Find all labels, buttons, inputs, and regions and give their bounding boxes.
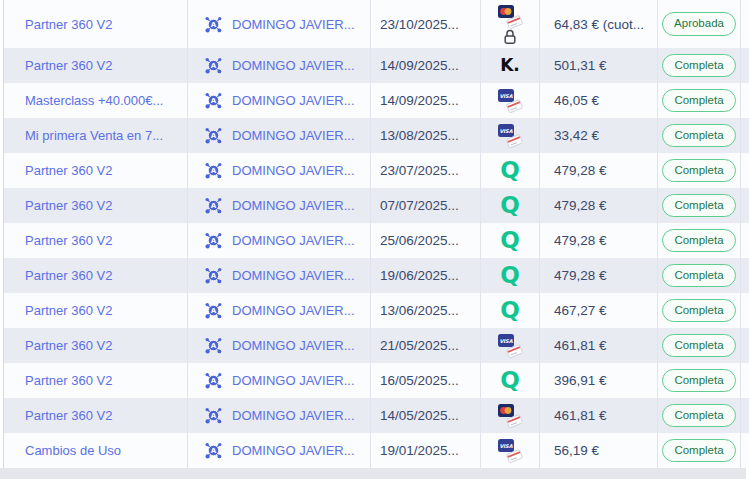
transaction-row[interactable]: Partner 360 V2 A — [4, 328, 749, 363]
affiliate-network-icon: A — [204, 161, 223, 180]
affiliate-network-icon: A — [204, 301, 223, 320]
transaction-row[interactable]: Partner 360 V2 A — [4, 293, 749, 328]
status-cell: Completa — [658, 188, 741, 223]
affiliate-link[interactable]: DOMINGO JAVIER... — [232, 408, 355, 423]
payment-method-cell: Q — [481, 293, 540, 328]
transaction-row[interactable]: Partner 360 V2 A — [4, 188, 749, 223]
product-link[interactable]: Partner 360 V2 — [25, 163, 112, 178]
affiliate-link[interactable]: DOMINGO JAVIER... — [232, 373, 355, 388]
lock-icon — [502, 30, 518, 45]
product-link[interactable]: Partner 360 V2 — [25, 58, 112, 73]
product-link[interactable]: Partner 360 V2 — [25, 408, 112, 423]
status-badge: Completa — [662, 264, 735, 288]
status-badge: Completa — [662, 404, 735, 428]
amount-cell: 396,91 € — [540, 363, 658, 398]
transaction-row[interactable]: Partner 360 V2 A — [4, 0, 749, 48]
affiliate-link[interactable]: DOMINGO JAVIER... — [232, 303, 355, 318]
row-overflow-stub — [741, 0, 749, 48]
transaction-row[interactable]: Partner 360 V2 A — [4, 223, 749, 258]
svg-text:A: A — [211, 307, 217, 315]
product-link[interactable]: Cambios de Uso — [25, 443, 121, 458]
payment-icon-stack: Q — [500, 369, 520, 392]
payment-icon-stack: VISA — [495, 438, 525, 464]
affiliate-link[interactable]: DOMINGO JAVIER... — [232, 93, 355, 108]
row-overflow-stub — [741, 328, 749, 363]
status-badge: Completa — [662, 229, 735, 253]
product-link[interactable]: Partner 360 V2 — [25, 373, 112, 388]
affiliate-link[interactable]: DOMINGO JAVIER... — [232, 338, 355, 353]
amount-cell: 479,28 € — [540, 153, 658, 188]
svg-text:A: A — [211, 447, 217, 455]
status-cell: Completa — [658, 293, 741, 328]
status-badge: Aprobada — [662, 12, 736, 36]
product-cell: Partner 360 V2 — [4, 258, 188, 293]
product-link[interactable]: Partner 360 V2 — [25, 303, 112, 318]
svg-text:A: A — [211, 272, 217, 280]
product-link[interactable]: Mi primera Venta en 7... — [25, 128, 163, 143]
product-cell: Partner 360 V2 — [4, 363, 188, 398]
svg-text:A: A — [211, 62, 217, 70]
amount-text: 46,05 € — [554, 93, 599, 108]
affiliate-link[interactable]: DOMINGO JAVIER... — [232, 198, 355, 213]
status-cell: Completa — [658, 328, 741, 363]
affiliate-link[interactable]: DOMINGO JAVIER... — [232, 233, 355, 248]
affiliate-cell: A DOMINGO JAVIER... — [188, 83, 371, 118]
visa-icon: VISA — [495, 438, 525, 464]
row-overflow-stub — [741, 293, 749, 328]
affiliate-link[interactable]: DOMINGO JAVIER... — [232, 163, 355, 178]
affiliate-cell: A DOMINGO JAVIER... — [188, 328, 371, 363]
payment-icon-stack: Q — [500, 229, 520, 252]
mastercard-icon — [495, 403, 525, 429]
quaderno-icon: Q — [500, 159, 520, 182]
affiliate-link[interactable]: DOMINGO JAVIER... — [232, 268, 355, 283]
amount-text: 479,28 € — [554, 233, 607, 248]
date-text: 19/01/2025... — [380, 443, 459, 458]
payment-method-cell: K. — [481, 48, 540, 83]
product-link[interactable]: Partner 360 V2 — [25, 233, 112, 248]
product-link[interactable]: Partner 360 V2 — [25, 338, 112, 353]
row-overflow-stub — [741, 363, 749, 398]
affiliate-link[interactable]: DOMINGO JAVIER... — [232, 128, 355, 143]
status-cell: Completa — [658, 83, 741, 118]
transaction-row[interactable]: Masterclass +40.000€... A — [4, 83, 749, 118]
affiliate-link[interactable]: DOMINGO JAVIER... — [232, 443, 355, 458]
affiliate-cell: A DOMINGO JAVIER... — [188, 293, 371, 328]
product-link[interactable]: Partner 360 V2 — [25, 17, 112, 32]
transaction-row[interactable]: Partner 360 V2 A — [4, 258, 749, 293]
visa-icon: VISA — [495, 88, 525, 114]
svg-text:VISA: VISA — [499, 127, 512, 133]
transaction-row[interactable]: Partner 360 V2 A — [4, 153, 749, 188]
amount-cell: 501,31 € — [540, 48, 658, 83]
product-link[interactable]: Partner 360 V2 — [25, 198, 112, 213]
affiliate-network-icon: A — [204, 15, 223, 34]
product-link[interactable]: Masterclass +40.000€... — [25, 93, 163, 108]
date-text: 21/05/2025... — [380, 338, 459, 353]
affiliate-network-icon: A — [204, 196, 223, 215]
transaction-row[interactable]: Partner 360 V2 A — [4, 48, 749, 83]
amount-text: 479,28 € — [554, 198, 607, 213]
svg-text:A: A — [211, 202, 217, 210]
visa-icon: VISA — [495, 333, 525, 359]
affiliate-link[interactable]: DOMINGO JAVIER... — [232, 58, 355, 73]
date-cell: 13/06/2025... — [371, 293, 481, 328]
affiliate-link[interactable]: DOMINGO JAVIER... — [232, 17, 355, 32]
payment-icon-stack: VISA — [495, 333, 525, 359]
amount-text: 396,91 € — [554, 373, 607, 388]
product-link[interactable]: Partner 360 V2 — [25, 268, 112, 283]
transaction-row[interactable]: Cambios de Uso A — [4, 433, 749, 468]
date-text: 14/05/2025... — [380, 408, 459, 423]
transaction-row[interactable]: Partner 360 V2 A — [4, 363, 749, 398]
row-overflow-stub — [741, 48, 749, 83]
transaction-row[interactable]: Mi primera Venta en 7... A — [4, 118, 749, 153]
amount-text: 479,28 € — [554, 268, 607, 283]
status-cell: Completa — [658, 223, 741, 258]
payment-icon-stack: Q — [500, 159, 520, 182]
transaction-row[interactable]: Partner 360 V2 A — [4, 398, 749, 433]
affiliate-network-icon: A — [204, 126, 223, 145]
status-cell: Completa — [658, 153, 741, 188]
svg-text:A: A — [211, 377, 217, 385]
amount-cell: 46,05 € — [540, 83, 658, 118]
product-cell: Mi primera Venta en 7... — [4, 118, 188, 153]
affiliate-cell: A DOMINGO JAVIER... — [188, 118, 371, 153]
product-cell: Cambios de Uso — [4, 433, 188, 468]
